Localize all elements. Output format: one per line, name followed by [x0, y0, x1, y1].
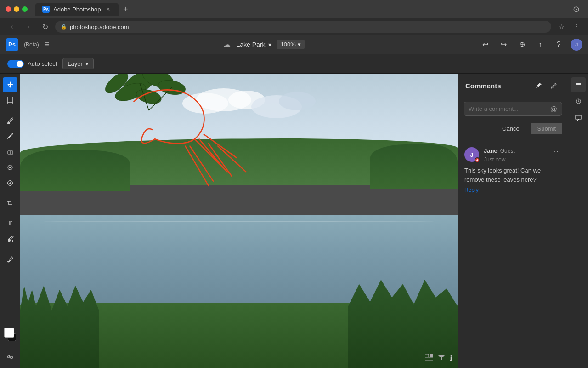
pencil-tool[interactable]: [3, 129, 17, 144]
eraser-tool[interactable]: [3, 144, 17, 159]
at-mention-icon[interactable]: @: [550, 105, 557, 113]
comment-meta: Jane Guest Just now: [484, 147, 549, 163]
photoshop-app: Ps (Beta) ≡ ☁ Lake Park ▾ 100% ▾ ↩ ↪ ⊕ ↑…: [0, 35, 588, 368]
redo-button[interactable]: ↪: [497, 38, 510, 51]
filter-icon[interactable]: [438, 354, 445, 362]
tab-bar: Ps Adobe Photoshop × +: [35, 3, 566, 16]
layers-panel-icon[interactable]: [571, 77, 586, 92]
submit-button[interactable]: Submit: [531, 123, 562, 134]
artboard-tool[interactable]: [3, 93, 17, 108]
ps-header: Ps (Beta) ≡ ☁ Lake Park ▾ 100% ▾ ↩ ↪ ⊕ ↑…: [0, 35, 588, 54]
minimize-button[interactable]: [14, 6, 19, 12]
foreground-color[interactable]: [4, 328, 14, 338]
treeline-left: [20, 150, 130, 191]
share-icon[interactable]: ↑: [534, 38, 547, 51]
help-icon[interactable]: ?: [552, 38, 565, 51]
zoom-control[interactable]: 100% ▾: [277, 40, 305, 49]
comment-role: Guest: [500, 148, 515, 154]
zoom-chevron-icon: ▾: [298, 41, 301, 48]
filename-dropdown[interactable]: Lake Park ▾: [236, 41, 271, 48]
header-right: ↩ ↪ ⊕ ↑ ? J: [479, 38, 582, 51]
comment-header: J Jane Guest Ju: [464, 147, 561, 163]
layer-chevron-icon: ▾: [85, 60, 89, 67]
comments-list: J Jane Guest Ju: [458, 139, 568, 368]
clone-stamp-tool[interactable]: [3, 160, 17, 175]
adjustment-tool[interactable]: [3, 350, 17, 364]
filename-text: Lake Park: [236, 41, 265, 48]
type-tool[interactable]: T: [3, 216, 17, 231]
tab-close-button[interactable]: ×: [104, 6, 112, 13]
address-bar[interactable]: 🔒 photoshop.adobe.com: [55, 21, 551, 33]
svg-point-20: [8, 355, 10, 357]
bookmark-icon[interactable]: ☆: [555, 20, 568, 33]
svg-point-12: [9, 167, 11, 168]
comment-input[interactable]: [469, 105, 548, 112]
profile-icon[interactable]: ⊙: [570, 3, 582, 16]
comment-input-wrapper: @: [464, 102, 562, 116]
comment-more-button[interactable]: ···: [554, 147, 561, 155]
auto-select-switch[interactable]: [7, 60, 24, 68]
comments-sidebar-icon[interactable]: [571, 110, 586, 125]
comment-avatar: J: [464, 147, 479, 162]
hamburger-menu-icon[interactable]: ≡: [45, 40, 50, 49]
undo-button[interactable]: ↩: [479, 38, 492, 51]
type-tool-label: T: [8, 220, 12, 227]
panel-title: Comments: [465, 82, 501, 90]
window-buttons: [6, 6, 28, 12]
comments-panel: Comments: [458, 74, 568, 368]
cancel-button[interactable]: Cancel: [496, 123, 527, 134]
treeline-right: [370, 144, 458, 189]
avatar-badge: [475, 157, 480, 163]
comment-time: Just now: [484, 156, 505, 163]
svg-rect-41: [425, 358, 433, 361]
comment-author: Jane: [484, 147, 498, 154]
maximize-button[interactable]: [22, 6, 28, 12]
lock-icon: 🔒: [61, 24, 67, 30]
reload-button[interactable]: ↻: [39, 20, 51, 33]
back-button[interactable]: ‹: [6, 20, 18, 33]
new-tab-button[interactable]: +: [119, 3, 132, 16]
extensions-icon[interactable]: ⋮: [570, 20, 582, 33]
eyedropper-tool[interactable]: [3, 252, 17, 267]
info-icon[interactable]: ℹ: [450, 354, 452, 362]
move-tool[interactable]: [3, 77, 17, 92]
svg-rect-36: [576, 84, 581, 85]
brush-tool[interactable]: [3, 113, 17, 128]
browser-chrome: Ps Adobe Photoshop × + ⊙ ‹ › ↻ 🔒 photosh…: [0, 0, 588, 35]
pin-tool-button[interactable]: [533, 79, 546, 92]
reply-button[interactable]: Reply: [464, 187, 479, 193]
leaves-overlay: [103, 74, 195, 124]
view-toggle-icon[interactable]: [425, 354, 433, 362]
crop-tool[interactable]: [3, 196, 17, 211]
svg-rect-35: [576, 83, 581, 84]
layer-label: Layer: [68, 60, 83, 67]
adjustments-panel-icon[interactable]: [571, 94, 586, 109]
canvas-area: [20, 74, 458, 368]
edit-tool-button[interactable]: [548, 79, 560, 92]
heal-tool[interactable]: [3, 176, 17, 190]
beta-label: (Beta): [24, 41, 39, 48]
color-swatches[interactable]: [3, 328, 17, 341]
svg-rect-39: [425, 354, 429, 357]
paint-bucket-tool[interactable]: [3, 232, 17, 247]
active-tab[interactable]: Ps Adobe Photoshop ×: [35, 3, 119, 16]
url-text: photoshop.adobe.com: [70, 23, 129, 30]
ps-logo: Ps: [6, 38, 18, 51]
search-icon[interactable]: ⊕: [515, 38, 528, 51]
nav-right-buttons: ☆ ⋮: [555, 20, 582, 33]
svg-rect-0: [8, 98, 12, 103]
svg-point-21: [11, 357, 12, 359]
layer-dropdown[interactable]: Layer ▾: [62, 58, 94, 69]
cloud-icon: ☁: [223, 40, 231, 49]
comment-author-row: Jane Guest: [484, 147, 549, 154]
tab-favicon: Ps: [42, 6, 50, 13]
bottom-panel-icons: ℹ: [425, 354, 452, 362]
close-button[interactable]: [6, 6, 11, 12]
ps-sidebar-icons: [568, 74, 588, 368]
browser-titlebar: Ps Adobe Photoshop × + ⊙: [0, 0, 588, 18]
browser-nav: ‹ › ↻ 🔒 photoshop.adobe.com ☆ ⋮: [0, 18, 588, 35]
user-avatar[interactable]: J: [571, 39, 582, 51]
panel-tools: [533, 79, 560, 92]
ps-toolbar: Auto select Layer ▾: [0, 54, 588, 74]
forward-button[interactable]: ›: [22, 20, 35, 33]
